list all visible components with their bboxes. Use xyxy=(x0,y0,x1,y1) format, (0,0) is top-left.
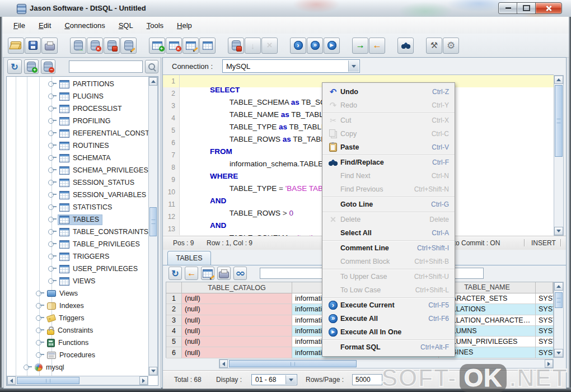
scroll-down-button[interactable] xyxy=(554,227,563,235)
open-button[interactable] xyxy=(8,38,24,54)
tree-expand-handle[interactable] xyxy=(48,266,54,272)
table-type-cell[interactable]: SYSTEM VIEW xyxy=(536,304,553,315)
context-menu-item[interactable]: Execute All In One xyxy=(322,325,455,339)
commit-button[interactable] xyxy=(228,38,244,54)
menu-item[interactable]: Connections xyxy=(58,19,111,32)
context-menu-item[interactable]: Copy Ctrl-C xyxy=(322,127,455,141)
tools-button[interactable] xyxy=(426,38,442,54)
save-button[interactable] xyxy=(25,38,41,54)
tree-scroll-thumb[interactable] xyxy=(149,207,157,236)
grid-scroll-thumb[interactable] xyxy=(555,292,563,308)
title-bar[interactable]: Jason Software - DtSQL - Untitled xyxy=(0,0,571,17)
tree-expand-handle[interactable] xyxy=(48,130,54,136)
tree-expand-handle[interactable] xyxy=(48,106,54,111)
tree-item[interactable]: TABLE_PRIVILEGES xyxy=(7,238,148,250)
refresh-results-button[interactable] xyxy=(169,267,182,280)
editor-scroll-thumb[interactable] xyxy=(555,85,563,157)
tree-expand-handle[interactable] xyxy=(36,291,41,296)
forward-button[interactable] xyxy=(352,38,368,54)
cancel-button[interactable] xyxy=(261,38,278,54)
menu-item[interactable]: Tools xyxy=(140,19,170,32)
display-range-select[interactable]: 01 - 68 xyxy=(251,374,297,385)
chevron-down-icon[interactable] xyxy=(348,60,359,72)
tree-item[interactable]: PROCESSLIST xyxy=(7,102,148,115)
import-button[interactable] xyxy=(245,38,261,54)
context-menu-item[interactable]: Delete Delete xyxy=(322,213,455,226)
tree-expand-handle[interactable] xyxy=(48,204,54,210)
tree-item[interactable]: ROUTINES xyxy=(7,139,148,152)
tree-item[interactable]: PLUGINS xyxy=(7,90,148,102)
tree-expand-handle[interactable] xyxy=(36,303,41,309)
edit-connection-button[interactable] xyxy=(120,38,137,54)
back-button[interactable] xyxy=(369,38,385,54)
tree-expand-handle[interactable] xyxy=(48,94,54,99)
context-menu-item[interactable]: Find Next Ctrl-N xyxy=(322,169,455,183)
disconnect-button[interactable] xyxy=(87,38,103,54)
menu-item[interactable]: SQL xyxy=(112,19,140,32)
tree-search-input[interactable] xyxy=(69,60,143,73)
scroll-down-button[interactable] xyxy=(149,367,157,375)
tree-item[interactable]: SCHEMA_PRIVILEGES xyxy=(7,164,148,176)
column-header-table-catalog[interactable]: TABLE_CATALOG xyxy=(182,282,292,293)
tree-expand-handle[interactable] xyxy=(24,365,29,370)
settings-button[interactable] xyxy=(443,38,459,54)
menu-item[interactable]: Help xyxy=(170,19,199,32)
tree-search-button[interactable] xyxy=(145,60,158,73)
context-menu-item[interactable]: Comment Line Ctrl+Shift-I xyxy=(322,241,455,255)
table-type-cell[interactable]: SYSTEM VIEW xyxy=(536,347,553,358)
grid-vertical-scrollbar[interactable] xyxy=(554,282,564,358)
table-catalog-cell[interactable]: (null) xyxy=(182,315,292,326)
close-connection-button[interactable] xyxy=(104,38,120,54)
tree-item[interactable]: PARTITIONS xyxy=(7,78,148,90)
chevron-down-icon[interactable] xyxy=(286,375,296,384)
context-menu-item[interactable]: To Upper Case Ctrl+Shift-U xyxy=(322,270,455,283)
context-menu-item[interactable]: Find/Replace Ctrl-F xyxy=(322,156,455,169)
tree-item[interactable]: STATISTICS xyxy=(7,201,148,213)
tree-expand-handle[interactable] xyxy=(48,81,54,87)
editor-vertical-scrollbar[interactable] xyxy=(554,75,564,236)
print-button[interactable] xyxy=(41,38,58,54)
tree-expand-handle[interactable] xyxy=(36,328,41,333)
table-type-cell[interactable]: SYSTEM VIEW xyxy=(536,337,553,347)
context-menu-item[interactable]: Execute Current Ctrl-F5 xyxy=(322,298,455,312)
scroll-up-button[interactable] xyxy=(554,76,563,84)
scroll-up-button[interactable] xyxy=(554,282,563,291)
scroll-left-button[interactable] xyxy=(7,376,16,385)
tree-expand-handle[interactable] xyxy=(48,217,54,222)
column-header-table-type[interactable] xyxy=(536,282,553,293)
table-type-cell[interactable]: SYSTEM VIEW xyxy=(536,315,553,326)
context-menu-item[interactable]: Undo Ctrl-Z xyxy=(322,85,455,99)
drop-table-button[interactable] xyxy=(166,38,182,54)
context-menu-item[interactable]: Format SQL Ctrl+Alt-F xyxy=(322,340,455,354)
execute-all-button[interactable] xyxy=(307,38,323,54)
tree-expand-handle[interactable] xyxy=(48,118,54,124)
tree-item[interactable]: REFERENTIAL_CONSTRAINTS xyxy=(7,127,148,139)
find-button[interactable] xyxy=(397,38,414,54)
scroll-left-button[interactable] xyxy=(219,360,228,368)
table-catalog-cell[interactable]: (null) xyxy=(182,347,292,358)
edit-table-button[interactable] xyxy=(182,38,199,54)
table-type-cell[interactable]: SYSTEM VIEW xyxy=(536,326,553,337)
table-catalog-cell[interactable]: (null) xyxy=(182,326,292,337)
menu-item[interactable]: File xyxy=(7,19,32,32)
table-catalog-cell[interactable]: (null) xyxy=(182,293,292,304)
close-button[interactable] xyxy=(535,2,562,14)
tree-item[interactable]: TABLE_CONSTRAINTS xyxy=(7,226,148,238)
tree-expand-handle[interactable] xyxy=(48,180,54,185)
tree-item[interactable]: SCHEMATA xyxy=(7,152,148,164)
tree-item[interactable]: USER_PRIVILEGES xyxy=(7,263,148,275)
context-menu-item[interactable]: Cut Ctrl-X xyxy=(322,114,455,127)
tree-item[interactable]: Views xyxy=(7,287,148,300)
tree-expand-handle[interactable] xyxy=(36,315,41,321)
context-menu-item[interactable]: Select All Ctrl-A xyxy=(322,226,455,240)
scroll-up-button[interactable] xyxy=(149,77,157,86)
tree-item[interactable]: VIEWS xyxy=(7,275,148,287)
rows-per-page-input[interactable]: 5000 xyxy=(352,374,382,385)
context-menu-item[interactable]: Redo Ctrl-Y xyxy=(322,99,455,112)
tree-expand-handle[interactable] xyxy=(36,340,41,346)
tree-vertical-scrollbar[interactable] xyxy=(148,77,158,376)
view-table-button[interactable] xyxy=(199,38,216,54)
print-results-button[interactable] xyxy=(217,267,231,280)
back-results-button[interactable] xyxy=(185,267,198,280)
context-menu-item[interactable]: To Low Case Ctrl+Shift-L xyxy=(322,283,455,297)
